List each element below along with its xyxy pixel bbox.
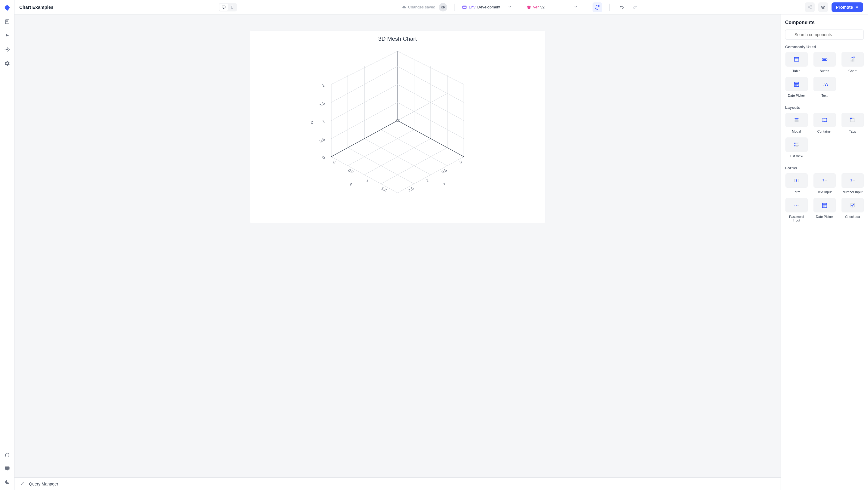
query-manager-label: Query Manager [29, 482, 58, 486]
svg-point-79 [822, 118, 824, 119]
svg-text:2: 2 [321, 83, 326, 88]
svg-text:0: 0 [321, 155, 326, 160]
svg-rect-91 [794, 145, 795, 147]
device-toggle [219, 3, 237, 11]
env-selector[interactable]: Env Development [462, 4, 512, 10]
refresh-button[interactable] [592, 2, 602, 12]
svg-text:0: 0 [459, 160, 463, 165]
components-panel: Components Commonly Used Table Button [781, 14, 868, 490]
svg-point-104 [795, 205, 795, 206]
svg-point-11 [808, 7, 809, 8]
component-chart[interactable]: Chart [841, 52, 864, 73]
component-label: List View [790, 154, 803, 158]
svg-point-64 [825, 59, 826, 60]
component-number-input[interactable]: 1 Number Input [841, 173, 864, 194]
chevron-down-icon [574, 4, 578, 10]
chevron-down-icon [507, 4, 512, 10]
svg-point-109 [823, 206, 824, 206]
svg-rect-7 [231, 6, 233, 8]
component-tabs[interactable]: Tabs [841, 113, 864, 133]
svg-rect-65 [850, 60, 851, 61]
svg-point-73 [795, 86, 796, 86]
comment-icon[interactable] [3, 464, 11, 472]
preview-button[interactable] [818, 2, 828, 12]
component-label: Number Input [842, 190, 863, 194]
component-date-picker-form[interactable]: Date Picker [813, 198, 836, 222]
theme-icon[interactable] [3, 478, 11, 486]
section-layouts: Layouts [785, 105, 864, 110]
save-status-label: Changes saved [408, 5, 435, 9]
pages-icon[interactable] [3, 18, 11, 26]
component-checkbox[interactable]: Checkbox [841, 198, 864, 222]
canvas[interactable]: 3D Mesh Chart [14, 14, 781, 477]
component-text[interactable]: AA Text [813, 77, 836, 97]
component-text-input[interactable]: T Text Input [813, 173, 836, 194]
component-button[interactable]: Button [813, 52, 836, 73]
chart-component[interactable]: 3D Mesh Chart [250, 31, 545, 223]
component-label: Tabs [849, 130, 856, 133]
component-label: Container [817, 130, 832, 133]
share-button[interactable] [805, 2, 815, 12]
debug-icon[interactable] [3, 45, 11, 54]
svg-point-15 [823, 7, 824, 8]
component-label: Modal [792, 130, 801, 133]
svg-text:0: 0 [332, 160, 336, 165]
svg-point-3 [6, 49, 8, 50]
svg-point-70 [795, 84, 796, 85]
redo-button[interactable] [630, 2, 640, 12]
page-title: Chart Examples [19, 4, 53, 10]
env-icon [462, 5, 467, 10]
svg-line-14 [809, 7, 810, 8]
left-nav-rail [0, 0, 14, 490]
component-label: Checkbox [845, 215, 860, 218]
svg-point-81 [822, 121, 824, 122]
undo-button[interactable] [617, 2, 627, 12]
svg-point-110 [824, 206, 825, 206]
svg-rect-8 [463, 6, 466, 8]
svg-text:1: 1 [426, 178, 430, 183]
svg-text:x: x [443, 181, 445, 186]
svg-text:A: A [825, 82, 828, 87]
settings-icon[interactable] [3, 59, 11, 67]
query-manager-bar[interactable]: Query Manager [14, 477, 781, 490]
svg-point-62 [824, 59, 824, 60]
search-input[interactable] [785, 30, 864, 40]
expand-icon [20, 481, 25, 487]
svg-point-10 [810, 5, 812, 6]
component-modal[interactable]: Modal [785, 113, 808, 133]
svg-point-113 [824, 207, 825, 207]
svg-rect-66 [852, 59, 853, 61]
component-label: Table [792, 69, 800, 73]
inspect-icon[interactable] [3, 31, 11, 40]
component-container[interactable]: Container [813, 113, 836, 133]
save-status: Changes saved [402, 5, 435, 9]
svg-line-13 [809, 6, 810, 7]
version-selector[interactable]: ver v2 [527, 4, 578, 10]
component-date-picker[interactable]: Date Picker [785, 77, 808, 97]
components-heading: Components [785, 20, 864, 25]
svg-rect-4 [222, 6, 225, 8]
chart-title: 3D Mesh Chart [250, 34, 545, 42]
promote-button[interactable]: Promote [832, 2, 863, 12]
logo-icon[interactable] [3, 4, 11, 12]
support-icon[interactable] [3, 450, 11, 459]
layers-icon [527, 5, 531, 10]
component-table[interactable]: Table [785, 52, 808, 73]
svg-rect-58 [794, 58, 799, 61]
svg-text:T: T [822, 179, 824, 182]
svg-rect-67 [853, 58, 854, 61]
desktop-toggle[interactable] [219, 4, 228, 11]
mobile-toggle[interactable] [228, 4, 236, 11]
svg-point-112 [823, 207, 824, 207]
svg-point-39 [396, 119, 399, 122]
svg-text:1: 1 [850, 179, 852, 182]
component-label: Password Input [785, 215, 808, 222]
user-avatar[interactable]: KR [439, 3, 447, 11]
svg-rect-87 [850, 119, 855, 122]
svg-text:1: 1 [365, 178, 370, 183]
component-form[interactable]: Form [785, 173, 808, 194]
component-password-input[interactable]: Password Input [785, 198, 808, 222]
component-list-view[interactable]: List View [785, 137, 808, 158]
svg-point-72 [797, 84, 798, 85]
svg-text:1: 1 [321, 119, 326, 124]
